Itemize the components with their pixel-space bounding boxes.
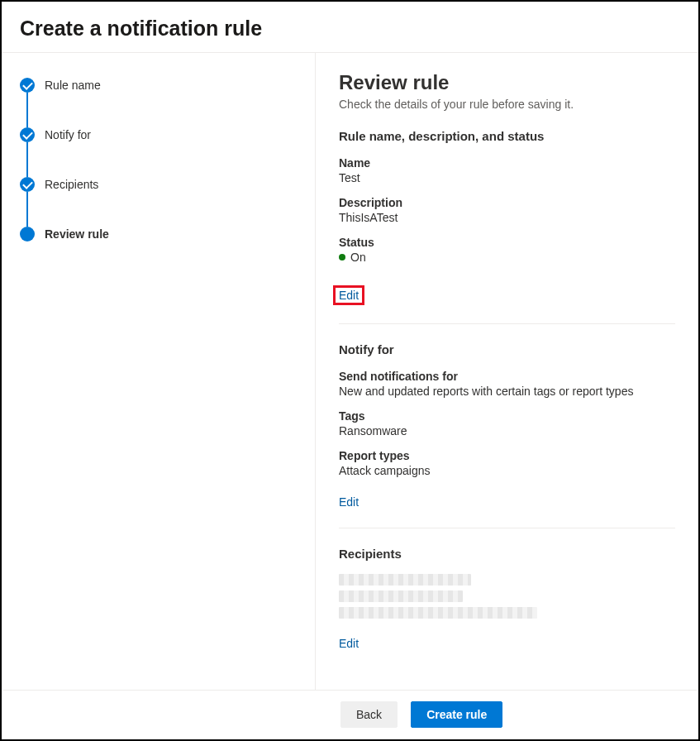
step-review-rule[interactable]: Review rule xyxy=(20,227,298,241)
dialog-header: Create a notification rule xyxy=(2,2,698,53)
send-for-label: Send notifications for xyxy=(339,370,675,383)
report-types-value: Attack campaigns xyxy=(339,464,675,477)
status-value-row: On xyxy=(339,251,675,264)
check-icon xyxy=(20,177,35,192)
step-notify-for[interactable]: Notify for xyxy=(20,127,298,177)
wizard-steps-sidebar: Rule name Notify for Recipients Review r… xyxy=(2,53,316,695)
section-divider xyxy=(339,528,675,528)
section-heading: Recipients xyxy=(339,547,675,561)
section-recipients: Recipients Edit xyxy=(339,547,675,651)
status-label: Status xyxy=(339,236,675,249)
check-icon xyxy=(20,78,35,93)
check-icon xyxy=(20,127,35,142)
edit-notify-for-link[interactable]: Edit xyxy=(339,495,359,509)
step-connector xyxy=(26,192,28,227)
back-button[interactable]: Back xyxy=(340,701,398,728)
step-rule-name[interactable]: Rule name xyxy=(20,78,298,127)
section-divider xyxy=(339,323,675,324)
redacted-recipient xyxy=(339,590,463,602)
description-label: Description xyxy=(339,196,675,209)
review-subtitle: Check the details of your rule before sa… xyxy=(339,98,675,111)
review-title: Review rule xyxy=(339,71,675,94)
dialog-body: Rule name Notify for Recipients Review r… xyxy=(2,53,698,695)
name-value: Test xyxy=(339,171,675,184)
step-label: Rule name xyxy=(45,78,101,93)
create-rule-button[interactable]: Create rule xyxy=(411,701,502,728)
step-label: Notify for xyxy=(45,127,91,142)
review-panel: Review rule Check the details of your ru… xyxy=(316,53,698,695)
edit-recipients-link[interactable]: Edit xyxy=(339,637,359,650)
tags-value: Ransomware xyxy=(339,424,675,437)
status-on-icon xyxy=(339,254,345,261)
edit-rule-name-link[interactable]: Edit xyxy=(333,285,364,305)
report-types-label: Report types xyxy=(339,449,675,462)
dialog-footer: Back Create rule xyxy=(3,690,697,738)
current-step-icon xyxy=(20,227,35,241)
section-notify-for: Notify for Send notifications for New an… xyxy=(339,342,675,509)
description-value: ThisIsATest xyxy=(339,211,675,224)
step-label: Recipients xyxy=(45,177,98,192)
status-value: On xyxy=(350,251,366,264)
section-heading: Rule name, description, and status xyxy=(339,129,675,143)
section-heading: Notify for xyxy=(339,342,675,356)
section-rule-name: Rule name, description, and status Name … xyxy=(339,129,675,305)
redacted-recipient xyxy=(339,574,471,586)
step-connector xyxy=(26,93,28,127)
step-connector xyxy=(26,142,28,177)
name-label: Name xyxy=(339,156,675,170)
recipients-list-redacted xyxy=(339,574,675,619)
step-recipients[interactable]: Recipients xyxy=(20,177,298,227)
tags-label: Tags xyxy=(339,409,675,423)
redacted-recipient xyxy=(339,607,537,619)
send-for-value: New and updated reports with certain tag… xyxy=(339,385,675,398)
dialog-title: Create a notification rule xyxy=(20,17,680,41)
step-label: Review rule xyxy=(45,227,109,241)
